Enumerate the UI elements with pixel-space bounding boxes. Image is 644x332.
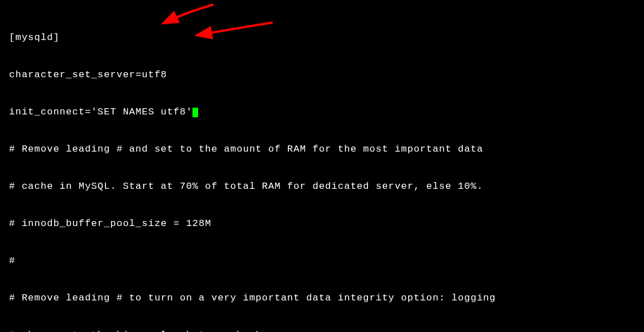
editor-cursor	[192, 108, 198, 117]
annotation-arrow-icon	[165, 5, 213, 23]
config-line: #	[9, 255, 635, 267]
config-line-cursor: init_connect='SET NAMES utf8'	[9, 106, 635, 118]
annotation-overlay	[0, 0, 644, 332]
config-line: # Remove leading # and set to the amount…	[9, 143, 635, 156]
terminal-editor[interactable]: [mysqld] character_set_server=utf8 init_…	[0, 0, 644, 332]
config-line: # innodb_buffer_pool_size = 128M	[9, 218, 635, 230]
config-line: # Remove leading # to turn on a very imp…	[9, 292, 635, 304]
config-line: # cache in MySQL. Start at 70% of total …	[9, 180, 635, 193]
config-line: character_set_server=utf8	[9, 69, 635, 81]
config-line: # changes to the binary log between back…	[9, 329, 635, 332]
config-text: init_connect='SET NAMES utf8'	[9, 107, 192, 117]
config-line: [mysqld]	[9, 32, 635, 44]
